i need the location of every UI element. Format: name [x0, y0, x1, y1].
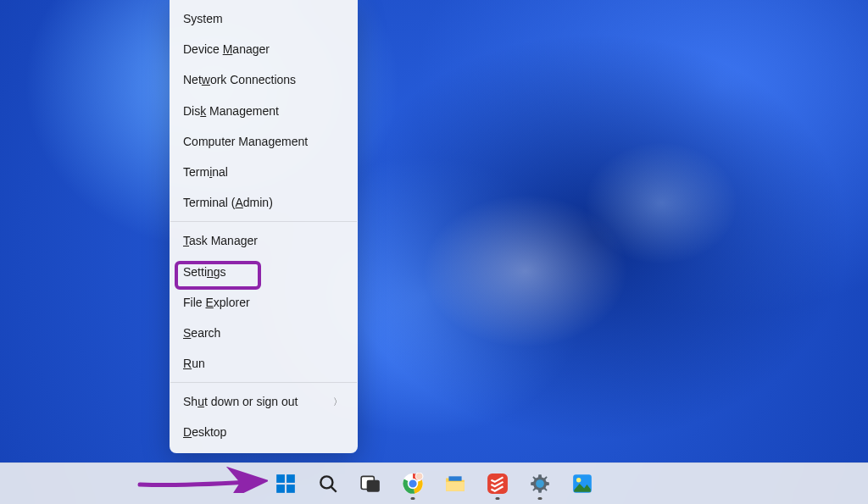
svg-rect-3 — [287, 485, 295, 493]
todoist-icon — [487, 473, 509, 495]
menu-item-task-manager[interactable]: Task Manager — [170, 225, 358, 256]
taskbar-todoist-button[interactable] — [480, 466, 515, 501]
svg-rect-2 — [276, 485, 285, 493]
taskbar-task-view-button[interactable] — [353, 466, 388, 501]
task-view-icon — [359, 473, 381, 495]
menu-item-run[interactable]: Run — [170, 348, 358, 379]
svg-point-11 — [415, 473, 423, 480]
svg-rect-12 — [446, 482, 465, 491]
gear-icon — [529, 473, 551, 495]
menu-item-file-explorer[interactable]: File Explorer — [170, 287, 358, 318]
winx-context-menu: System Device Manager Network Connection… — [170, 0, 358, 453]
taskbar-active-indicator — [411, 497, 415, 500]
menu-item-terminal-admin[interactable]: Terminal (Admin) — [170, 187, 358, 218]
svg-point-18 — [576, 478, 581, 482]
svg-point-16 — [536, 479, 544, 488]
svg-rect-14 — [487, 474, 508, 494]
menu-separator — [170, 382, 357, 383]
taskbar-start-button[interactable] — [268, 466, 303, 501]
chrome-icon — [402, 473, 424, 495]
menu-separator — [170, 221, 357, 222]
taskbar-chrome-button[interactable] — [395, 466, 431, 501]
menu-item-device-manager[interactable]: Device Manager — [170, 34, 358, 64]
menu-item-terminal[interactable]: Terminal — [170, 157, 358, 187]
folder-icon — [444, 473, 466, 495]
svg-rect-7 — [367, 480, 380, 492]
svg-line-5 — [331, 487, 337, 492]
menu-item-shutdown[interactable]: Shut down or sign out〉 — [170, 386, 358, 417]
svg-rect-0 — [276, 474, 285, 483]
chevron-right-icon: 〉 — [333, 396, 342, 407]
taskbar-settings-button[interactable] — [522, 466, 558, 501]
menu-item-network-connections[interactable]: Network Connections — [170, 64, 358, 95]
photos-icon — [571, 473, 593, 495]
taskbar-active-indicator — [496, 497, 500, 500]
taskbar-search-button[interactable] — [310, 466, 346, 501]
taskbar — [0, 462, 868, 504]
svg-rect-1 — [287, 474, 295, 483]
menu-item-settings[interactable]: Settings — [170, 257, 358, 287]
menu-item-disk-management[interactable]: Disk Management — [170, 96, 358, 126]
menu-item-desktop[interactable]: Desktop — [170, 417, 358, 447]
menu-item-search[interactable]: Search — [170, 318, 358, 348]
windows-logo-icon — [275, 473, 297, 495]
menu-item-system[interactable]: System — [170, 3, 358, 34]
svg-point-4 — [320, 476, 332, 488]
menu-item-computer-management[interactable]: Computer Management — [170, 126, 358, 157]
taskbar-file-explorer-button[interactable] — [437, 466, 473, 501]
search-icon — [317, 473, 339, 495]
svg-rect-13 — [448, 476, 461, 480]
taskbar-photos-button[interactable] — [565, 466, 600, 501]
taskbar-active-indicator — [538, 497, 542, 500]
desktop-wallpaper — [0, 0, 868, 504]
